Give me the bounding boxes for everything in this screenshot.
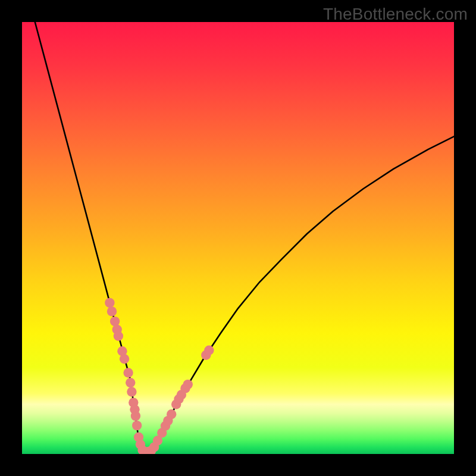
config-points-group: [105, 298, 214, 454]
config-point: [127, 387, 136, 396]
chart-frame: TheBottleneck.com: [0, 0, 476, 476]
config-point: [132, 421, 142, 430]
config-point: [183, 380, 193, 389]
config-point: [105, 298, 114, 308]
chart-svg: [22, 22, 454, 454]
config-point: [126, 378, 135, 387]
config-point: [123, 368, 133, 377]
config-point: [120, 354, 129, 364]
bottleneck-curve: [35, 22, 454, 452]
plot-area: [22, 22, 454, 454]
config-point: [204, 346, 214, 355]
config-point: [107, 306, 117, 316]
config-point: [114, 331, 123, 341]
watermark-text: TheBottleneck.com: [323, 5, 468, 24]
config-point: [131, 411, 140, 421]
config-point: [167, 409, 176, 419]
config-point: [110, 317, 120, 326]
